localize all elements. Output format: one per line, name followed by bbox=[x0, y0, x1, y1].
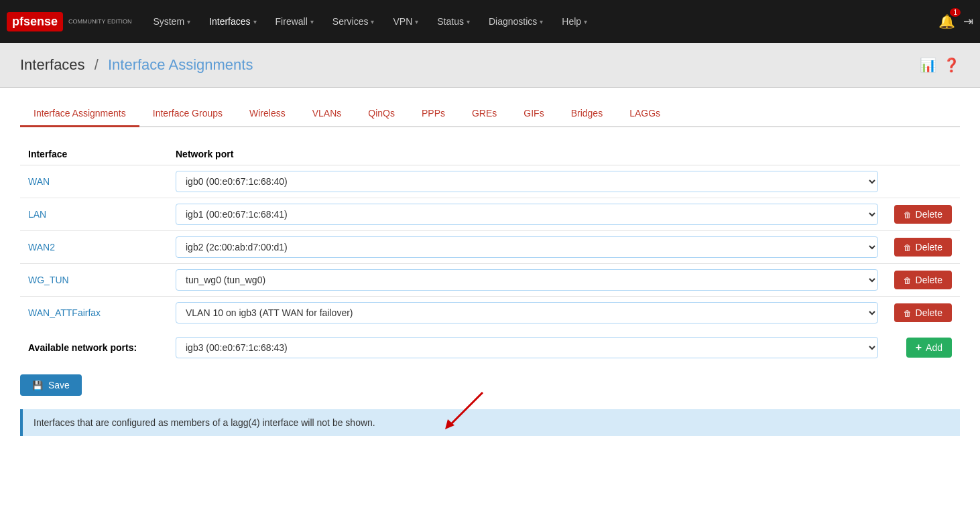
trash-icon bbox=[904, 242, 912, 252]
interface-table: Interface Network port WANigb0 (00:e0:67… bbox=[20, 143, 960, 329]
notifications-bell[interactable]: 🔔 1 bbox=[938, 13, 955, 29]
nav-item-firewall[interactable]: Firewall ▾ bbox=[267, 11, 322, 32]
brand-edition: COMMUNITY EDITION bbox=[68, 18, 131, 25]
available-ports-select[interactable]: igb0 (00:e0:67:1c:68:40)igb1 (00:e0:67:1… bbox=[176, 337, 878, 358]
navbar-right: 🔔 1 ⇥ bbox=[938, 13, 973, 29]
table-row: WAN2igb0 (00:e0:67:1c:68:40)igb1 (00:e0:… bbox=[20, 231, 960, 264]
trash-icon bbox=[904, 275, 912, 285]
tab-qinqs[interactable]: QinQs bbox=[355, 101, 408, 127]
delete-button[interactable]: Delete bbox=[894, 271, 952, 289]
brand: pfsense COMMUNITY EDITION bbox=[7, 12, 131, 31]
trash-icon bbox=[904, 307, 912, 318]
table-row: WAN_ATTFairfaxigb0 (00:e0:67:1c:68:40)ig… bbox=[20, 297, 960, 330]
tabs: Interface Assignments Interface Groups W… bbox=[20, 101, 960, 127]
table-row: WANigb0 (00:e0:67:1c:68:40)igb1 (00:e0:6… bbox=[20, 165, 960, 198]
tab-assignments[interactable]: Interface Assignments bbox=[20, 101, 139, 127]
table-row: WG_TUNigb0 (00:e0:67:1c:68:40)igb1 (00:e… bbox=[20, 264, 960, 297]
available-ports-table: Available network ports: igb0 (00:e0:67:… bbox=[20, 332, 960, 364]
logout-button[interactable]: ⇥ bbox=[963, 14, 973, 29]
info-message: Interfaces that are configured as member… bbox=[34, 417, 375, 428]
info-box: Interfaces that are configured as member… bbox=[20, 409, 960, 436]
port-select[interactable]: igb0 (00:e0:67:1c:68:40)igb1 (00:e0:67:1… bbox=[176, 171, 878, 192]
header-icons: 📊 ❓ bbox=[920, 57, 960, 73]
port-select[interactable]: igb0 (00:e0:67:1c:68:40)igb1 (00:e0:67:1… bbox=[176, 269, 878, 291]
trash-icon bbox=[904, 209, 912, 220]
help-icon[interactable]: ❓ bbox=[943, 57, 960, 73]
nav-item-vpn[interactable]: VPN ▾ bbox=[385, 11, 426, 32]
delete-button[interactable]: Delete bbox=[894, 205, 952, 224]
tab-gifs[interactable]: GIFs bbox=[510, 101, 557, 127]
port-select[interactable]: igb0 (00:e0:67:1c:68:40)igb1 (00:e0:67:1… bbox=[176, 302, 878, 323]
nav-item-services[interactable]: Services ▾ bbox=[324, 11, 383, 32]
tab-ppps[interactable]: PPPs bbox=[408, 101, 458, 127]
nav-menu: System ▾ Interfaces ▾ Firewall ▾ Service… bbox=[145, 11, 938, 32]
add-button[interactable]: Add bbox=[906, 338, 952, 358]
nav-item-interfaces[interactable]: Interfaces ▾ bbox=[201, 11, 264, 32]
brand-logo[interactable]: pfsense bbox=[7, 12, 63, 31]
chevron-down-icon: ▾ bbox=[584, 18, 587, 25]
chevron-down-icon: ▾ bbox=[187, 18, 190, 25]
tab-bridges[interactable]: Bridges bbox=[558, 101, 616, 127]
chevron-down-icon: ▾ bbox=[310, 18, 314, 25]
tab-laggs[interactable]: LAGGs bbox=[616, 101, 674, 127]
nav-item-status[interactable]: Status ▾ bbox=[429, 11, 478, 32]
tab-groups[interactable]: Interface Groups bbox=[139, 101, 236, 127]
navbar: pfsense COMMUNITY EDITION System ▾ Inter… bbox=[0, 0, 980, 43]
available-ports-label: Available network ports: bbox=[28, 342, 137, 353]
breadcrumb: Interfaces / Interface Assignments bbox=[20, 56, 253, 74]
breadcrumb-parent: Interfaces bbox=[20, 56, 85, 73]
delete-button[interactable]: Delete bbox=[894, 303, 952, 322]
col-header-action bbox=[886, 143, 960, 165]
svg-line-0 bbox=[449, 392, 483, 426]
nav-item-help[interactable]: Help ▾ bbox=[554, 11, 595, 32]
chart-icon[interactable]: 📊 bbox=[920, 57, 936, 73]
interface-name[interactable]: WAN2 bbox=[28, 242, 55, 252]
delete-button[interactable]: Delete bbox=[894, 238, 952, 257]
interface-name[interactable]: WAN_ATTFairfax bbox=[28, 307, 101, 318]
tab-gres[interactable]: GREs bbox=[458, 101, 510, 127]
available-ports-row: Available network ports: igb0 (00:e0:67:… bbox=[20, 332, 960, 364]
interface-name[interactable]: LAN bbox=[28, 209, 46, 220]
nav-item-diagnostics[interactable]: Diagnostics ▾ bbox=[481, 11, 551, 32]
save-button[interactable]: Save bbox=[20, 374, 82, 396]
col-header-interface: Interface bbox=[20, 143, 168, 165]
table-row: LANigb0 (00:e0:67:1c:68:40)igb1 (00:e0:6… bbox=[20, 198, 960, 231]
interface-name[interactable]: WAN bbox=[28, 176, 50, 187]
col-header-network-port: Network port bbox=[168, 143, 886, 165]
save-icon bbox=[32, 380, 43, 390]
red-arrow-svg bbox=[436, 389, 489, 443]
chevron-down-icon: ▾ bbox=[253, 18, 257, 25]
breadcrumb-current: Interface Assignments bbox=[108, 56, 253, 73]
port-select[interactable]: igb0 (00:e0:67:1c:68:40)igb1 (00:e0:67:1… bbox=[176, 236, 878, 258]
chevron-down-icon: ▾ bbox=[467, 18, 470, 25]
tab-vlans[interactable]: VLANs bbox=[299, 101, 355, 127]
main-content: Interface Assignments Interface Groups W… bbox=[0, 88, 980, 507]
nav-item-system[interactable]: System ▾ bbox=[145, 11, 198, 32]
interface-name[interactable]: WG_TUN bbox=[28, 275, 69, 285]
page-header: Interfaces / Interface Assignments 📊 ❓ bbox=[0, 43, 980, 88]
notification-badge: 1 bbox=[950, 8, 961, 17]
port-select[interactable]: igb0 (00:e0:67:1c:68:40)igb1 (00:e0:67:1… bbox=[176, 204, 878, 225]
breadcrumb-separator: / bbox=[95, 56, 99, 73]
tab-wireless[interactable]: Wireless bbox=[236, 101, 299, 127]
chevron-down-icon: ▾ bbox=[371, 18, 374, 25]
plus-icon bbox=[916, 342, 922, 354]
chevron-down-icon: ▾ bbox=[415, 18, 418, 25]
chevron-down-icon: ▾ bbox=[540, 18, 543, 25]
